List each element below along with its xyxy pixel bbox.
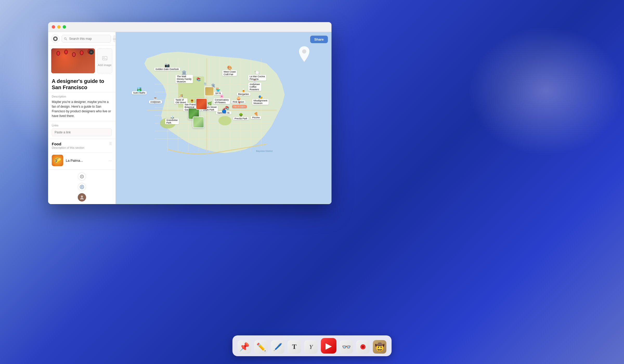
place-emoji: 🌮 (54, 157, 61, 164)
sidebar-bottom-icons (48, 170, 115, 204)
pin-sf76[interactable]: 🏪 SF76 (214, 88, 222, 95)
map-title-section: A designer's guide to San Francisco (48, 76, 115, 92)
map-title: A designer's guide to San Francisco (52, 78, 112, 90)
add-image-area[interactable]: Add image (97, 48, 112, 73)
pin-westcoast[interactable]: 🎨 West CoastCraft Fair (222, 66, 237, 76)
pin-mission[interactable]: 📍 the mission (232, 102, 247, 108)
links-section: Links (48, 121, 115, 139)
main-image: − (51, 48, 95, 73)
dock-ranger[interactable]: 🤠 (373, 340, 386, 354)
lantern-2 (64, 50, 68, 54)
dock-text-t[interactable]: T (288, 340, 301, 354)
svg-point-33 (302, 49, 306, 54)
food-description: Description of this section (52, 146, 84, 149)
main-image-content (51, 48, 95, 73)
text-t-label: T (292, 343, 296, 351)
add-image-label: Add image (98, 63, 112, 67)
food-section-header: Food Description of this section ⠿ (52, 142, 112, 151)
description-section: Description Maybe you're a designer, may… (48, 92, 115, 121)
map-thumbnail-3[interactable] (196, 98, 207, 110)
lantern-3 (72, 52, 76, 57)
image-section: − Add image (48, 46, 115, 76)
dock-youtube[interactable]: ▶ (321, 338, 336, 354)
sidebar: ··· Edit (48, 32, 116, 204)
dock-pushpin[interactable]: 📌 (238, 340, 251, 354)
bottom-dock: 📌 ✏️ 🖊️ T Y ▶ 👓 (232, 335, 392, 356)
compass-icon-button[interactable] (78, 172, 86, 181)
lantern-4 (80, 50, 83, 55)
bayview-label: Bayview District (256, 150, 273, 152)
link-input[interactable] (52, 128, 112, 136)
dock-marker[interactable]: ✏️ (254, 340, 268, 354)
lantern-1 (56, 51, 60, 56)
pin-sutro[interactable]: 🏞️ Sutro Baths (132, 87, 147, 94)
add-image-icon (102, 55, 108, 62)
pin-precita[interactable]: 🌳 Precita Park (233, 113, 249, 120)
pin-misalignment[interactable]: 🎭 MisalignmentMuseum (252, 95, 269, 105)
maximize-button[interactable] (63, 25, 66, 29)
white-marker (298, 45, 311, 64)
place-more-button[interactable]: ··· (109, 158, 112, 162)
search-input[interactable] (62, 35, 111, 43)
svg-point-35 (362, 346, 364, 348)
add-icon-button[interactable] (78, 183, 86, 191)
logo-icon (53, 36, 58, 41)
dock-pen[interactable]: 🖊️ (271, 340, 284, 354)
pin-golden-gate[interactable]: 📷 Golden Gate Overlook (154, 63, 180, 71)
remove-image-button[interactable]: − (89, 49, 94, 55)
place-item: 🌮 La Palma... ··· (52, 152, 112, 168)
pin-misc-5[interactable]: 🔵 (222, 109, 226, 113)
pin-andytown[interactable]: ☕ Andytown (149, 96, 162, 103)
logo-button[interactable] (51, 35, 60, 43)
pin-grandview[interactable]: 🏔️ GrandviewPark (165, 115, 179, 124)
avatar-button[interactable] (78, 193, 86, 202)
food-title: Food (52, 142, 84, 146)
share-button[interactable]: Share (310, 36, 328, 43)
pin-disney[interactable]: 🏛️ The WaltDisney FamilyMuseum (176, 70, 193, 83)
dock-record[interactable] (356, 340, 370, 354)
place-thumbnail: 🌮 (52, 155, 63, 166)
browser-content: ··· Edit (48, 32, 332, 204)
sidebar-body[interactable]: − Add image (48, 46, 115, 170)
description-text: Maybe you're a designer, maybe you're a … (52, 100, 112, 118)
place-name[interactable]: La Palma... (66, 159, 83, 162)
pin-piccino[interactable]: 🍕 Piccino (251, 112, 261, 119)
map-area[interactable]: Bayview District 📷 Golden Gate Overlook … (116, 32, 332, 204)
svg-point-8 (81, 196, 83, 198)
dock-glasses[interactable]: 👓 (340, 340, 353, 354)
cloud-right (468, 26, 624, 156)
pin-misc-2[interactable]: 🍵 (203, 81, 207, 85)
description-label: Description (52, 95, 112, 98)
svg-point-3 (103, 57, 105, 58)
svg-rect-2 (102, 56, 107, 60)
precita-park-shape (218, 116, 231, 125)
browser-window: ··· Edit (48, 22, 332, 204)
search-wrapper (62, 35, 111, 43)
close-button[interactable] (52, 25, 55, 29)
links-label: Links (52, 124, 112, 127)
food-section: Food Description of this section ⠿ 🌮 La … (48, 139, 115, 170)
pin-misc-1[interactable]: 📚 (196, 77, 201, 81)
drag-handle[interactable]: ⠿ (109, 142, 112, 146)
map-thumbnail-4[interactable] (205, 87, 214, 96)
map-thumbnail-2[interactable] (193, 116, 204, 128)
food-title-block: Food Description of this section (52, 142, 84, 151)
sidebar-header: ··· Edit (48, 32, 115, 46)
text-y-label: Y (309, 343, 313, 350)
title-bar (48, 22, 332, 32)
pin-biergarten[interactable]: 🍺 Biergarten (237, 89, 250, 96)
dock-text-y[interactable]: Y (304, 340, 318, 354)
minimize-button[interactable] (57, 25, 61, 29)
